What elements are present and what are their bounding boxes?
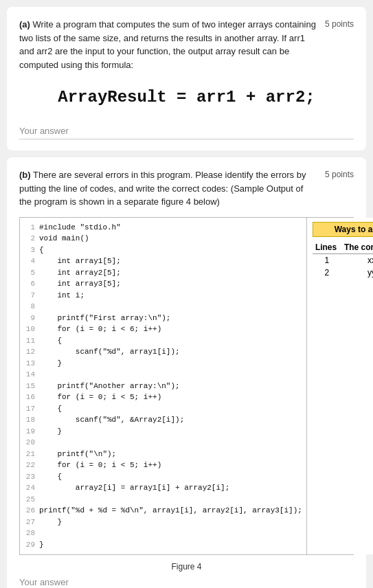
line-number: 8	[24, 301, 35, 313]
code-line: 29}	[24, 539, 302, 551]
code-block: 1#include "stdio.h"2void main()3{4 int a…	[20, 218, 307, 555]
part-a-points: 5 points	[325, 18, 354, 29]
formula-block: ArrayResult = arr1 + arr2;	[19, 88, 354, 106]
part-b-label: (b)	[19, 170, 31, 180]
line-number: 12	[24, 346, 35, 358]
part-a-card: (a) Write a program that computes the su…	[7, 7, 366, 150]
line-number: 1	[24, 222, 35, 234]
line-number: 26	[24, 505, 35, 517]
code-line: 3{	[24, 245, 302, 256]
line-number: 9	[24, 313, 35, 324]
code-line: 6 int array3[5];	[24, 278, 302, 290]
part-b-header: (b) There are several errors in this pro…	[19, 168, 354, 209]
line-code: {	[39, 245, 44, 256]
line-number: 15	[24, 381, 35, 392]
line-number: 14	[24, 369, 35, 381]
line-number: 7	[24, 290, 35, 302]
line-code: for (i = 0; i < 5; i++)	[39, 460, 161, 471]
col-lines: Lines	[313, 241, 341, 254]
line-number: 22	[24, 460, 35, 471]
code-line: 9 printf("First array:\n");	[24, 313, 302, 324]
ways-correct-code: xxxxxx	[341, 253, 373, 267]
code-line: 12 scanf("%d", array1[i]);	[24, 346, 302, 358]
code-line: 19 }	[24, 426, 302, 438]
code-line: 2void main()	[24, 233, 302, 245]
line-number: 27	[24, 517, 35, 528]
part-b-answer-label[interactable]: Your answer	[19, 577, 354, 588]
line-code: printf("\n");	[39, 449, 116, 460]
ways-table-row: 1xxxxxx	[313, 253, 373, 267]
line-code: }	[39, 539, 44, 551]
line-number: 13	[24, 358, 35, 370]
line-number: 6	[24, 278, 35, 290]
part-a-body-text: Write a program that computes the sum of…	[19, 19, 316, 70]
ways-table-row: 2yyyyyy	[313, 267, 373, 279]
code-line: 27 }	[24, 517, 302, 528]
line-code: printf("Another array:\n");	[39, 381, 180, 392]
code-line: 14	[24, 369, 302, 381]
line-code: }	[39, 358, 62, 370]
line-number: 3	[24, 245, 35, 256]
line-code: int array1[5];	[39, 256, 121, 267]
figure-caption: Figure 4	[19, 562, 354, 572]
ways-table: Lines The correct code 1xxxxxx2yyyyyy	[313, 241, 373, 279]
line-code: for (i = 0; i < 6; i++)	[39, 324, 161, 335]
part-a-question-text: (a) Write a program that computes the su…	[19, 18, 318, 71]
code-line: 20	[24, 437, 302, 449]
ways-line-number: 1	[313, 253, 341, 267]
line-number: 18	[24, 414, 35, 426]
formula-text: ArrayResult = arr1 + arr2;	[58, 88, 315, 106]
line-code: int array2[5];	[39, 267, 121, 279]
part-a-label: (a)	[19, 19, 30, 30]
line-number: 21	[24, 449, 35, 460]
line-number: 25	[24, 494, 35, 506]
line-code: void main()	[39, 233, 89, 245]
col-correct-code: The correct code	[341, 241, 373, 254]
part-b-points: 5 points	[325, 168, 354, 179]
line-code: {	[39, 403, 62, 415]
line-code: {	[39, 471, 62, 483]
ways-to-answer-title: Ways to answer	[313, 222, 373, 237]
line-code: {	[39, 335, 62, 347]
code-line: 10 for (i = 0; i < 6; i++)	[24, 324, 302, 335]
line-number: 11	[24, 335, 35, 347]
part-b-card: (b) There are several errors in this pro…	[7, 157, 366, 588]
line-number: 24	[24, 482, 35, 494]
line-code: array2[i] = array1[i] + array2[i];	[39, 482, 229, 494]
code-line: 21 printf("\n");	[24, 449, 302, 460]
code-line: 11 {	[24, 335, 302, 347]
line-number: 10	[24, 324, 35, 335]
code-line: 5 int array2[5];	[24, 267, 302, 279]
part-a-answer-label[interactable]: Your answer	[19, 126, 354, 139]
line-number: 28	[24, 528, 35, 539]
line-code: printf("First array:\n");	[39, 313, 170, 324]
line-number: 5	[24, 267, 35, 279]
line-number: 29	[24, 539, 35, 551]
code-line: 7 int i;	[24, 290, 302, 302]
ways-line-number: 2	[313, 267, 341, 279]
code-line: 26printf("%d + %d = %d\n", array1[i], ar…	[24, 505, 302, 517]
line-code: printf("%d + %d = %d\n", array1[i], arra…	[39, 505, 302, 517]
code-line: 23 {	[24, 471, 302, 483]
code-line: 16 for (i = 0; i < 5; i++)	[24, 392, 302, 403]
code-line: 25	[24, 494, 302, 506]
code-line: 15 printf("Another array:\n");	[24, 381, 302, 392]
line-code: }	[39, 517, 62, 528]
code-line: 28	[24, 528, 302, 539]
code-line: 1#include "stdio.h"	[24, 222, 302, 234]
line-number: 17	[24, 403, 35, 415]
line-number: 16	[24, 392, 35, 403]
ways-to-answer-panel: Ways to answer Lines The correct code 1x…	[307, 218, 373, 555]
line-number: 4	[24, 256, 35, 267]
code-line: 18 scanf("%d", &Array2[i]);	[24, 414, 302, 426]
code-figure: 1#include "stdio.h"2void main()3{4 int a…	[19, 217, 354, 556]
line-code: for (i = 0; i < 5; i++)	[39, 392, 161, 403]
code-line: 24 array2[i] = array1[i] + array2[i];	[24, 482, 302, 494]
part-b-body-text: There are several errors in this program…	[19, 170, 306, 207]
ways-correct-code: yyyyyy	[341, 267, 373, 279]
code-line: 8	[24, 301, 302, 313]
line-code: scanf("%d", &Array2[i]);	[39, 414, 184, 426]
line-number: 19	[24, 426, 35, 438]
line-number: 20	[24, 437, 35, 449]
part-a-header: (a) Write a program that computes the su…	[19, 18, 354, 71]
